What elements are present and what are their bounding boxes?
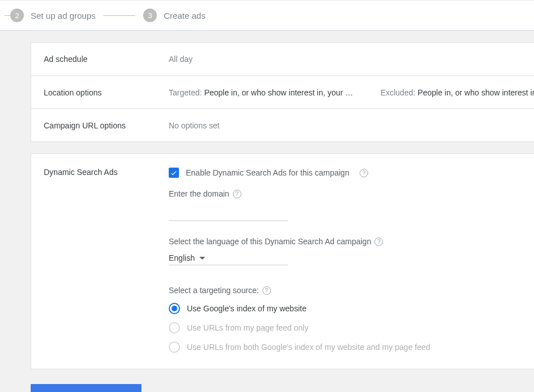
row-ad-schedule[interactable]: Ad schedule All day (31, 43, 534, 76)
help-icon[interactable]: ? (360, 169, 368, 177)
row-value: Targeted: People in, or who show interes… (169, 88, 534, 97)
help-icon[interactable]: ? (374, 237, 383, 246)
enable-dsa-label: Enable Dynamic Search Ads for this campa… (186, 168, 349, 177)
step-badge: 3 (143, 9, 157, 22)
radio-label: Use Google's index of my website (187, 304, 306, 313)
step-3[interactable]: 3 Create ads (143, 9, 205, 22)
language-field-label: Select the language of this Dynamic Sear… (169, 237, 534, 246)
radio-icon (169, 322, 180, 333)
radio-icon (169, 303, 180, 314)
action-bar: SAVE AND CONTINUE CANCEL (31, 384, 534, 392)
enable-dsa-checkbox[interactable]: Enable Dynamic Search Ads for this campa… (169, 168, 534, 178)
settings-card: Ad schedule All day Location options Tar… (31, 42, 534, 142)
row-label: Campaign URL options (44, 121, 169, 130)
row-label: Ad schedule (44, 55, 169, 64)
excluded-value: People in, or who show interest in, your… (418, 88, 534, 97)
radio-label: Use URLs from my page feed only (187, 323, 308, 332)
targeted-value: People in, or who show interest in, your… (204, 88, 353, 97)
step-2[interactable]: 2 Set up ad groups (10, 9, 95, 22)
step-connector (103, 15, 135, 16)
step-badge: 2 (10, 9, 24, 22)
radio-label: Use URLs from both Google's index of my … (187, 343, 430, 352)
row-value: No options set (169, 121, 534, 130)
targeting-option-google-index[interactable]: Use Google's index of my website (169, 303, 534, 314)
checkbox-checked-icon (169, 168, 179, 178)
excluded-prefix: Excluded: (381, 88, 415, 97)
targeted-prefix: Targeted: (169, 88, 202, 97)
step-label: Create ads (164, 11, 205, 20)
step-connector (5, 15, 10, 16)
row-url-options[interactable]: Campaign URL options No options set (31, 109, 534, 141)
chevron-down-icon (199, 257, 205, 260)
language-select[interactable]: English (169, 251, 288, 265)
targeting-option-both[interactable]: Use URLs from both Google's index of my … (169, 341, 534, 353)
language-value: English (169, 253, 195, 262)
help-icon[interactable]: ? (262, 286, 271, 295)
dsa-section-label: Dynamic Search Ads (31, 154, 169, 353)
step-label: Set up ad groups (31, 11, 95, 20)
domain-field-label: Enter the domain ? (169, 189, 534, 198)
dynamic-search-ads-card: Dynamic Search Ads Enable Dynamic Search… (31, 153, 534, 369)
save-and-continue-button[interactable]: SAVE AND CONTINUE (31, 384, 141, 392)
targeting-option-page-feed[interactable]: Use URLs from my page feed only (169, 322, 534, 333)
row-location-options[interactable]: Location options Targeted: People in, or… (31, 76, 534, 109)
stepper-header: 2 Set up ad groups 3 Create ads (0, 0, 534, 31)
row-value: All day (169, 55, 534, 64)
targeting-source-label: Select a targeting source: ? (169, 286, 534, 295)
help-icon[interactable]: ? (233, 190, 241, 198)
targeting-radio-group: Use Google's index of my website Use URL… (169, 303, 534, 353)
radio-icon (169, 341, 180, 353)
domain-input[interactable] (169, 204, 288, 221)
row-label: Location options (44, 88, 169, 97)
